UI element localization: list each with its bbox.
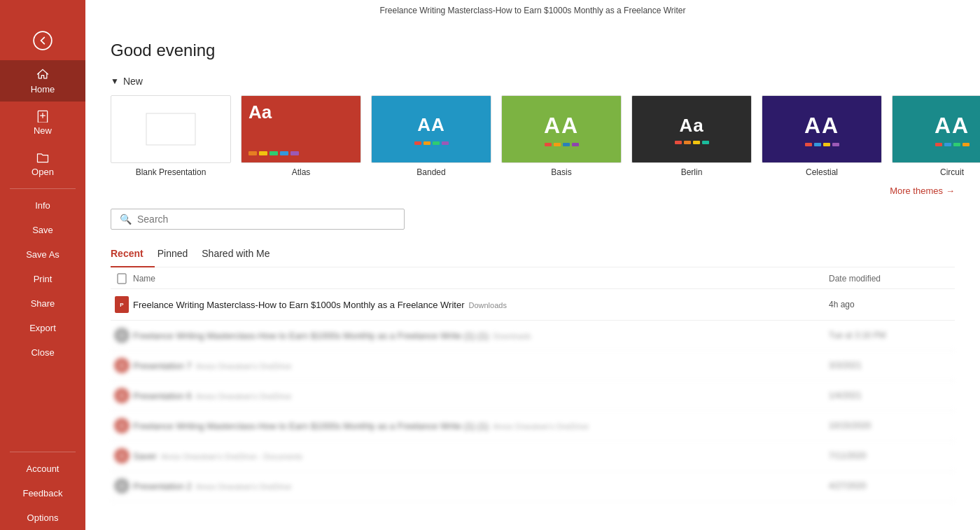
file-location: Amos Onwukwe's OneDrive - Documents <box>161 452 302 461</box>
file-row[interactable]: A Freelance Writing Masterclass-How to E… <box>111 321 955 351</box>
file-date: 7/11/2020 <box>829 451 955 461</box>
search-bar[interactable]: 🔍 <box>111 209 405 230</box>
sidebar: Home New Open Info Save Save As Print Sh… <box>0 0 85 530</box>
file-info: Presentation 7 Amos Onwukwe's OneDrive <box>133 361 829 371</box>
banded-dots <box>414 141 449 145</box>
svg-rect-3 <box>118 274 126 284</box>
more-themes-link[interactable]: More themes → <box>890 186 955 196</box>
sidebar-bottom: Account Feedback Options <box>0 447 85 530</box>
template-blank[interactable]: Blank Presentation <box>111 95 231 177</box>
sidebar-divider-2 <box>10 452 76 452</box>
tab-shared[interactable]: Shared with Me <box>199 242 281 267</box>
template-basis-label: Basis <box>551 167 571 177</box>
greeting-heading: Good evening <box>111 41 955 60</box>
file-name: Presentation 6 <box>133 391 192 401</box>
basis-aa-text: AA <box>544 113 579 139</box>
celestial-aa-text: AA <box>804 113 839 139</box>
svg-point-0 <box>34 32 52 50</box>
sidebar-item-share-label: Share <box>31 298 55 309</box>
template-thumb-circuit: AA <box>892 95 980 163</box>
file-location: Amos Onwukwe's OneDrive <box>196 362 292 370</box>
search-input[interactable] <box>137 214 396 225</box>
template-thumb-celestial: AA <box>762 95 882 163</box>
file-date: 4/27/2020 <box>829 481 955 491</box>
tab-recent-label: Recent <box>111 248 144 259</box>
tab-recent[interactable]: Recent <box>111 242 155 267</box>
file-location: Downloads <box>493 332 531 340</box>
file-name: Saver <box>133 451 157 461</box>
home-icon <box>36 67 50 81</box>
circuit-dots <box>935 143 969 146</box>
file-row[interactable]: A Freelance Writing Masterclass-How to E… <box>111 411 955 441</box>
sidebar-item-feedback[interactable]: Feedback <box>0 481 85 505</box>
file-header-date: Date modified <box>829 274 955 284</box>
new-icon <box>36 109 50 123</box>
sidebar-item-home[interactable]: Home <box>0 60 85 102</box>
user-avatar: A <box>114 418 130 433</box>
berlin-dots <box>675 141 709 144</box>
back-button[interactable] <box>0 21 85 60</box>
banded-aa-text: AA <box>417 114 445 136</box>
file-name: Presentation 7 <box>133 361 192 371</box>
file-avatar-wrapper: A <box>111 328 133 343</box>
file-avatar-wrapper: A <box>111 478 133 494</box>
file-header-name-label: Name <box>133 274 155 284</box>
template-atlas-label: Atlas <box>292 167 311 177</box>
template-berlin[interactable]: Aa Berlin <box>631 95 752 177</box>
template-thumb-berlin: Aa <box>631 95 752 163</box>
sidebar-item-export-label: Export <box>29 323 56 333</box>
sidebar-item-print[interactable]: Print <box>0 267 85 291</box>
file-name: Freelance Writing Masterclass-How to Ear… <box>133 330 489 341</box>
template-blank-label: Blank Presentation <box>136 167 206 177</box>
file-location: Amos Onwukwe's OneDrive <box>196 392 292 400</box>
more-themes-label: More themes <box>890 186 943 196</box>
sidebar-item-open-label: Open <box>31 167 54 177</box>
file-list: Name Date modified P Freelance Writing M… <box>111 267 955 501</box>
file-row[interactable]: A Saver Amos Onwukwe's OneDrive - Docume… <box>111 441 955 471</box>
file-date: 1/4/2021 <box>829 391 955 400</box>
template-thumb-basis: AA <box>501 95 622 163</box>
template-banded[interactable]: AA Banded <box>371 95 491 177</box>
sidebar-item-new[interactable]: New <box>0 102 85 143</box>
sidebar-divider-1 <box>10 188 76 189</box>
sidebar-item-export[interactable]: Export <box>0 316 85 340</box>
file-header-icon <box>117 273 127 284</box>
atlas-aa-text: Aa <box>248 103 272 121</box>
file-row[interactable]: A Presentation 7 Amos Onwukwe's OneDrive… <box>111 351 955 381</box>
tab-pinned[interactable]: Pinned <box>155 242 200 267</box>
sidebar-item-info[interactable]: Info <box>0 193 85 218</box>
atlas-dots <box>248 151 299 155</box>
tab-shared-label: Shared with Me <box>202 248 270 259</box>
file-location: Amos Onwukwe's OneDrive <box>493 422 589 431</box>
file-info: Saver Amos Onwukwe's OneDrive - Document… <box>133 451 829 461</box>
tabs-row: Recent Pinned Shared with Me <box>111 242 955 267</box>
sidebar-item-print-label: Print <box>34 274 52 284</box>
file-avatar-wrapper: A <box>111 388 133 403</box>
file-avatar-wrapper: A <box>111 448 133 463</box>
file-name: Freelance Writing Masterclass-How to Ear… <box>133 421 489 431</box>
sidebar-item-options[interactable]: Options <box>0 505 85 530</box>
sidebar-item-account-label: Account <box>27 463 59 474</box>
template-basis[interactable]: AA Basis <box>501 95 622 177</box>
file-row[interactable]: A Presentation 6 Amos Onwukwe's OneDrive… <box>111 381 955 411</box>
template-atlas[interactable]: Aa Atlas <box>241 95 361 177</box>
sidebar-item-saveas[interactable]: Save As <box>0 242 85 267</box>
template-thumb-blank <box>111 95 231 163</box>
sidebar-item-share[interactable]: Share <box>0 291 85 316</box>
sidebar-item-info-label: Info <box>35 200 50 211</box>
file-date: 10/15/2020 <box>829 421 955 431</box>
file-name: Freelance Writing Masterclass-How to Ear… <box>133 300 464 310</box>
template-circuit[interactable]: AA Circuit <box>892 95 980 177</box>
file-row[interactable]: A Presentation 2 Amos Onwukwe's OneDrive… <box>111 471 955 501</box>
new-section-toggle[interactable]: ▼ New <box>111 76 955 87</box>
sidebar-item-account[interactable]: Account <box>0 456 85 481</box>
file-row[interactable]: P Freelance Writing Masterclass-How to E… <box>111 289 955 321</box>
user-avatar: A <box>114 328 130 343</box>
sidebar-item-save[interactable]: Save <box>0 218 85 242</box>
template-celestial[interactable]: AA Celestial <box>762 95 882 177</box>
more-themes-arrow-icon: → <box>946 186 955 196</box>
file-location: Downloads <box>468 301 506 309</box>
sidebar-item-close[interactable]: Close <box>0 340 85 365</box>
document-title: Freelance Writing Masterclass-How to Ear… <box>379 6 685 15</box>
sidebar-item-open[interactable]: Open <box>0 143 85 184</box>
